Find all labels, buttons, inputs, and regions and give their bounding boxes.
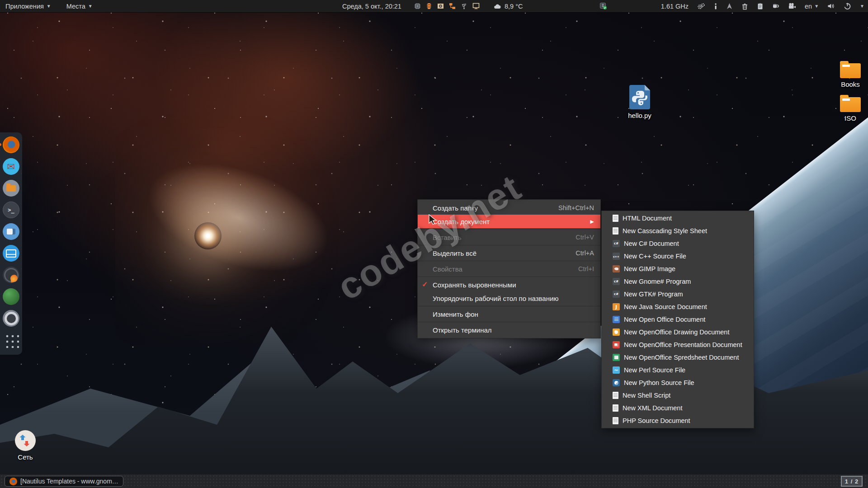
dock-mail[interactable] <box>2 158 20 175</box>
system-monitor-icon <box>3 245 19 262</box>
submenu-item-gimp[interactable]: New GIMP Image <box>602 263 754 275</box>
document-icon <box>613 417 618 424</box>
info-icon[interactable] <box>714 3 717 10</box>
dock-media-player[interactable] <box>2 310 20 327</box>
mail-icon <box>3 158 19 175</box>
places-menu[interactable]: Места ▼ <box>66 3 93 10</box>
dock <box>0 132 22 355</box>
power-icon[interactable] <box>844 2 851 10</box>
menu-item-change-background[interactable]: Изменить фон <box>418 307 600 321</box>
submenu-item-gtk-sharp[interactable]: New GTK# Program <box>602 288 754 300</box>
submenu-item-perl[interactable]: New Perl Source File <box>602 364 754 376</box>
submenu-item-oo-spreadsheet[interactable]: New OpenOffice Spredsheet Document <box>602 351 754 364</box>
perl-icon <box>613 366 620 374</box>
keyboard-layout-switcher[interactable]: en ▼ <box>805 3 819 10</box>
media-player-icon <box>3 310 19 327</box>
weather-applet[interactable]: 8,9 °C <box>494 0 523 12</box>
menu-item-create-folder[interactable]: Создать папку Shift+Ctrl+N <box>418 201 600 215</box>
workspace-indicator-label: 1 / 2 <box>845 478 859 485</box>
menu-item-open-terminal[interactable]: Открыть терминал <box>418 323 600 337</box>
menu-item-keep-aligned[interactable]: ✓ Сохранять выровненными <box>418 278 600 291</box>
create-document-submenu: HTML Document New Casscading Style Sheet… <box>601 211 754 428</box>
menu-separator <box>418 277 600 277</box>
display-icon[interactable] <box>472 3 480 9</box>
green-sphere-icon <box>3 288 19 305</box>
menu-item-organize-by-name[interactable]: Упорядочить рабочий стол по названию <box>418 291 600 305</box>
dock-system-monitor[interactable] <box>2 244 20 262</box>
gears-icon[interactable] <box>697 3 705 10</box>
submenu-item-php[interactable]: PHP Source Document <box>602 414 754 427</box>
submenu-item-oo-document[interactable]: New Open Office Document <box>602 313 754 326</box>
submenu-item-css[interactable]: New Casscading Style Sheet <box>602 225 754 237</box>
dock-green-sphere[interactable] <box>2 288 20 305</box>
workspace-switcher[interactable]: 1 / 2 <box>841 476 863 487</box>
dock-app-grid[interactable] <box>2 331 20 349</box>
memory-icon[interactable] <box>426 3 432 9</box>
dock-firefox[interactable] <box>2 136 20 154</box>
chevron-down-icon[interactable]: ▼ <box>860 4 864 9</box>
submenu-item-oo-presentation[interactable]: New OpenOffice Presentation Document <box>602 338 754 351</box>
cpu-icon[interactable] <box>414 3 421 9</box>
csharp-icon <box>613 240 620 247</box>
photo-icon[interactable] <box>437 3 444 9</box>
coffee-icon[interactable] <box>772 3 780 9</box>
firefox-icon <box>9 478 17 485</box>
chevron-down-icon: ▼ <box>814 4 819 9</box>
temperature-label: 8,9 °C <box>505 3 523 10</box>
pointer-icon[interactable] <box>726 3 733 9</box>
gimp-icon <box>613 265 620 272</box>
clock-label: Среда, 5 окт., 20:21 <box>342 3 401 10</box>
applications-menu[interactable]: Приложения ▼ <box>5 3 51 10</box>
applications-menu-label: Приложения <box>5 3 44 10</box>
desktop-icon-hello-py[interactable]: hello.py <box>626 85 654 119</box>
submenu-item-html-document[interactable]: HTML Document <box>602 212 754 225</box>
menu-item-create-document[interactable]: Создать документ ▶ <box>418 215 600 228</box>
usb-icon[interactable] <box>461 3 467 9</box>
bright-star <box>194 222 222 249</box>
menu-item-properties[interactable]: Свойства Ctrl+I <box>418 262 600 276</box>
document-icon <box>613 404 618 412</box>
desktop-icon-network[interactable]: Сеть <box>13 430 38 461</box>
taskbar: [Nautilus Templates - www.gnom… 1 / 2 <box>0 474 868 488</box>
submenu-item-python[interactable]: New Python Source File <box>602 376 754 389</box>
submenu-item-gnome-sharp[interactable]: New Gnome# Program <box>602 275 754 288</box>
submenu-item-shell-script[interactable]: New Shell Script <box>602 389 754 402</box>
menu-item-select-all[interactable]: Выделить всё Ctrl+A <box>418 246 600 260</box>
disc-burner-icon <box>3 267 19 283</box>
running-indicator <box>0 143 1 146</box>
dock-terminal[interactable] <box>2 201 20 219</box>
submenu-item-oo-drawing[interactable]: New OpenOffice Drawing Document <box>602 326 754 338</box>
dock-disc-burner[interactable] <box>2 266 20 284</box>
cpu-frequency-label[interactable]: 1.61 GHz <box>661 3 689 10</box>
screencast-icon[interactable] <box>788 3 796 9</box>
python-file-icon <box>629 85 650 109</box>
trash-icon[interactable] <box>741 3 748 10</box>
desktop-context-menu: Создать папку Shift+Ctrl+N Создать докум… <box>417 199 601 338</box>
weather-cloud-icon <box>494 3 501 9</box>
python-icon <box>613 379 620 386</box>
submenu-item-csharp[interactable]: New C# Document <box>602 237 754 250</box>
dock-file-manager[interactable] <box>2 179 20 197</box>
taskbar-window-title: [Nautilus Templates - www.gnom… <box>20 478 118 485</box>
dropbox-icon[interactable] <box>599 0 607 12</box>
terminal-icon <box>3 202 19 218</box>
clipboard-icon[interactable] <box>757 3 764 10</box>
taskbar-window-button[interactable]: [Nautilus Templates - www.gnom… <box>5 476 123 487</box>
submenu-item-xml[interactable]: New XML Document <box>602 402 754 414</box>
desktop-icon-iso[interactable]: ISO <box>837 97 863 122</box>
desktop-icon-label: hello.py <box>628 112 651 119</box>
menu-separator <box>418 229 600 230</box>
desktop-icon-books[interactable]: Books <box>837 63 863 88</box>
oo-writer-icon <box>613 316 620 323</box>
clock[interactable]: Среда, 5 окт., 20:21 <box>342 0 401 12</box>
submenu-arrow-icon: ▶ <box>590 219 594 225</box>
network-icon[interactable] <box>449 3 456 9</box>
desktop-icon-label: Сеть <box>18 453 33 461</box>
volume-icon[interactable] <box>827 3 835 9</box>
submenu-item-java[interactable]: New Java Source Document <box>602 300 754 313</box>
dock-text-editor[interactable] <box>2 223 20 240</box>
menu-separator <box>418 306 600 306</box>
menu-item-paste[interactable]: Вставить Ctrl+V <box>418 230 600 244</box>
document-icon <box>613 392 618 399</box>
submenu-item-cpp[interactable]: New C++ Source File <box>602 250 754 263</box>
